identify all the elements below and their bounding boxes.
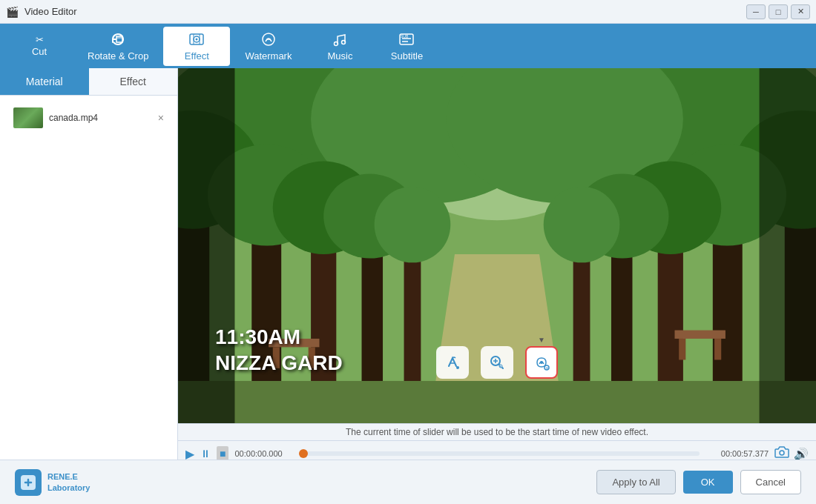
logo-area: RENE.E Laboratory bbox=[15, 469, 90, 496]
watermark-icon bbox=[260, 31, 277, 49]
logo-line2: Laboratory bbox=[47, 483, 90, 493]
cancel-button[interactable]: Cancel bbox=[740, 470, 801, 494]
sidebar-tab-material[interactable]: Material bbox=[0, 68, 89, 95]
audio-effect-button[interactable]: + bbox=[525, 346, 558, 379]
progress-handle[interactable] bbox=[299, 449, 308, 458]
brush-effect-button[interactable] bbox=[436, 346, 469, 379]
tab-rotate-label: Rotate & Crop bbox=[88, 50, 148, 62]
svg-text:+: + bbox=[499, 364, 501, 368]
brush-action-wrapper bbox=[436, 346, 469, 379]
music-icon bbox=[332, 31, 348, 49]
footer-buttons: Apply to All OK Cancel bbox=[596, 470, 801, 494]
svg-point-62 bbox=[780, 451, 784, 455]
svg-point-35 bbox=[375, 187, 451, 263]
video-actions: + ▼ + bbox=[436, 346, 558, 379]
video-location: NIZZA GARD bbox=[215, 351, 343, 375]
svg-point-52 bbox=[456, 366, 459, 369]
file-item[interactable]: canada.mp4 × bbox=[7, 103, 170, 133]
rotate-icon bbox=[110, 31, 126, 49]
file-name: canada.mp4 bbox=[49, 113, 98, 123]
main-content: Material Effect canada.mp4 × bbox=[0, 68, 816, 504]
svg-point-59 bbox=[540, 361, 543, 364]
svg-text:+: + bbox=[546, 365, 549, 370]
title-bar: 🎬 Video Editor ─ □ ✕ bbox=[0, 0, 816, 24]
dropdown-arrow-icon: ▼ bbox=[538, 336, 545, 344]
audio-effect-action-wrapper: ▼ + bbox=[525, 346, 558, 379]
message-text: The current time of slider will be used … bbox=[346, 427, 648, 437]
pause-button[interactable]: ⏸ bbox=[200, 448, 211, 460]
video-frame: 11:30AM NIZZA GARD bbox=[178, 68, 816, 423]
maximize-button[interactable]: □ bbox=[769, 4, 788, 19]
window-controls[interactable]: ─ □ ✕ bbox=[746, 4, 810, 19]
tab-rotate[interactable]: Rotate & Crop bbox=[73, 27, 163, 66]
app-icon: 🎬 bbox=[6, 6, 19, 18]
title-bar-left: 🎬 Video Editor bbox=[6, 6, 77, 18]
minimize-button[interactable]: ─ bbox=[746, 4, 766, 19]
svg-point-9 bbox=[335, 42, 338, 45]
tab-effect[interactable]: Effect bbox=[163, 27, 230, 66]
tab-music-label: Music bbox=[327, 50, 352, 62]
progress-bar[interactable] bbox=[303, 451, 700, 456]
file-close-button[interactable]: × bbox=[158, 112, 164, 124]
sidebar-tabs: Material Effect bbox=[0, 68, 177, 96]
zoom-action-wrapper: + bbox=[481, 346, 513, 379]
tab-subtitle-label: Subtitle bbox=[391, 50, 423, 62]
end-time: 00:00:57.377 bbox=[705, 449, 769, 458]
stop-button[interactable]: ■ bbox=[217, 446, 228, 461]
close-button[interactable]: ✕ bbox=[791, 4, 810, 19]
video-container: 11:30AM NIZZA GARD bbox=[178, 68, 816, 423]
tab-watermark-label: Watermark bbox=[245, 50, 292, 62]
footer: RENE.E Laboratory Apply to All OK Cancel bbox=[0, 460, 816, 504]
message-bar: The current time of slider will be used … bbox=[178, 423, 816, 440]
app-title: Video Editor bbox=[24, 6, 77, 17]
logo-icon bbox=[15, 469, 42, 496]
tab-watermark[interactable]: Watermark bbox=[230, 27, 306, 66]
play-button[interactable]: ▶ bbox=[185, 447, 194, 461]
effect-icon bbox=[188, 31, 205, 49]
file-thumbnail bbox=[13, 107, 43, 128]
zoom-effect-button[interactable]: + bbox=[481, 346, 513, 379]
tab-music[interactable]: Music bbox=[306, 27, 373, 66]
video-area: 11:30AM NIZZA GARD bbox=[178, 68, 816, 504]
svg-rect-44 bbox=[760, 68, 816, 423]
sidebar-content: canada.mp4 × bbox=[0, 96, 177, 504]
sidebar: Material Effect canada.mp4 × bbox=[0, 68, 178, 504]
svg-rect-49 bbox=[679, 339, 685, 360]
svg-point-10 bbox=[342, 40, 346, 44]
apply-to-all-button[interactable]: Apply to All bbox=[596, 470, 675, 494]
tab-subtitle[interactable]: SUB Subtitle bbox=[373, 27, 440, 66]
logo-line1: RENE.E bbox=[47, 471, 90, 482]
tab-cut-label: Cut bbox=[32, 46, 47, 57]
cut-icon: ✂ bbox=[36, 35, 44, 44]
video-timestamp: 11:30AM bbox=[215, 325, 300, 349]
svg-point-4 bbox=[196, 38, 198, 40]
svg-rect-0 bbox=[116, 36, 122, 42]
tab-bar: ✂ Cut Rotate & Crop Effect bbox=[0, 24, 816, 68]
tab-cut[interactable]: ✂ Cut bbox=[6, 30, 73, 62]
sidebar-tab-effect[interactable]: Effect bbox=[89, 68, 178, 95]
svg-rect-48 bbox=[675, 331, 725, 339]
subtitle-icon: SUB bbox=[398, 31, 415, 49]
svg-point-40 bbox=[544, 187, 620, 263]
svg-rect-42 bbox=[178, 381, 816, 423]
svg-rect-50 bbox=[714, 339, 721, 360]
logo-text: RENE.E Laboratory bbox=[47, 471, 90, 493]
svg-text:SUB: SUB bbox=[401, 34, 409, 39]
start-time: 00:00:00.000 bbox=[234, 449, 297, 458]
ok-button[interactable]: OK bbox=[683, 471, 733, 494]
tab-effect-label: Effect bbox=[185, 50, 209, 62]
volume-icon[interactable]: 🔊 bbox=[794, 447, 809, 461]
